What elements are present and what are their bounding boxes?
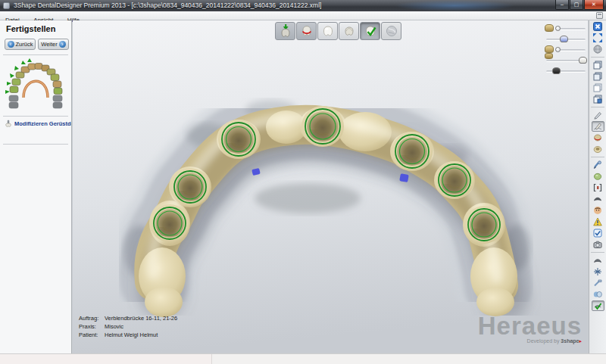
- mdi-window-icon[interactable]: [596, 12, 603, 19]
- modify-framework-label: Modifizieren Gerüstdesig: [14, 120, 71, 127]
- step-disabled-button[interactable]: [381, 22, 401, 40]
- status-bar: [0, 353, 606, 364]
- next-button-label: Weiter: [41, 41, 58, 48]
- workflow-step-toolbar: [275, 22, 401, 40]
- modify-framework-link[interactable]: Modifizieren Gerüstdesig: [0, 117, 71, 127]
- app-icon: [3, 2, 10, 9]
- shell-tooth-icon[interactable]: [592, 194, 604, 204]
- confirm-checkbox-icon[interactable]: [592, 228, 604, 238]
- branding: Heraeus Developed by 3shape▸: [478, 315, 582, 344]
- viewport-3d[interactable]: Auftrag:Verblendbrücke 16-11, 21-26 Prax…: [73, 20, 588, 353]
- copy-layer-1-icon[interactable]: [592, 60, 604, 70]
- slider-track[interactable]: [546, 39, 586, 41]
- blue-tooth-handle-icon[interactable]: [560, 36, 568, 42]
- order-label: Praxis:: [79, 323, 105, 331]
- 3shape-wordmark: 3shape: [561, 338, 579, 344]
- sculpt-pen-icon[interactable]: [592, 110, 604, 120]
- toolbar-divider: [591, 107, 604, 107]
- bracket-view-icon[interactable]: [592, 182, 604, 193]
- map-tooth-gray: [53, 95, 62, 101]
- visibility-panel: [545, 23, 587, 76]
- warning-icon[interactable]: [592, 216, 604, 227]
- implant-hole: [170, 168, 210, 206]
- menu-bar: Datei Ansicht Hilfe: [0, 11, 606, 20]
- slider-blue-model[interactable]: [545, 34, 587, 45]
- attachment-screw-icon[interactable]: [592, 160, 604, 170]
- minimize-button[interactable]: –: [555, 0, 569, 10]
- globe-view-icon[interactable]: [592, 44, 604, 54]
- order-value: Verblendbrücke 16-11, 21-26: [105, 315, 177, 322]
- back-button[interactable]: ‹ Zurück: [5, 39, 36, 50]
- close-button[interactable]: ✕: [584, 0, 604, 10]
- camera-snapshot-icon[interactable]: [592, 239, 604, 250]
- white-tooth-handle-icon[interactable]: [579, 57, 587, 64]
- map-tooth-gray: [9, 95, 18, 101]
- toolbar-divider: [591, 57, 604, 58]
- shell-tooth-2-icon[interactable]: [592, 255, 604, 266]
- map-tooth-gray: [9, 102, 18, 108]
- order-label: Patient:: [79, 331, 105, 340]
- order-value: Helmut Weigl Helmut: [105, 331, 158, 338]
- step-margin-line-button[interactable]: [296, 22, 317, 40]
- implant-hole: [435, 161, 474, 199]
- cup-tooth-icon[interactable]: [592, 144, 604, 154]
- implant-hole: [150, 204, 189, 242]
- next-button[interactable]: Weiter ›: [38, 39, 69, 50]
- slider-track[interactable]: [555, 28, 586, 30]
- copy-layer-3-icon[interactable]: [592, 82, 604, 93]
- gold-tooth-icon: [545, 24, 554, 32]
- gold-crown-icon: [545, 45, 554, 53]
- step-frame-button[interactable]: [339, 22, 359, 40]
- order-info: Auftrag:Verblendbrücke 16-11, 21-26 Prax…: [79, 315, 177, 340]
- crown-white-icon: [321, 24, 335, 38]
- margin-tooth-icon[interactable]: [592, 132, 604, 143]
- tooth-arrow-down-icon: [279, 24, 292, 38]
- map-tooth-tan: [28, 64, 36, 70]
- implant-hole: [464, 206, 504, 244]
- slider-dark-model[interactable]: [545, 66, 587, 76]
- fit-view-icon[interactable]: [592, 33, 604, 43]
- step-insertion-direction-button[interactable]: [275, 22, 295, 40]
- gray-sphere-icon: [385, 24, 398, 38]
- dental-framework-scene: [73, 20, 588, 353]
- order-row: Praxis:Misovic: [79, 323, 177, 331]
- slider-handle[interactable]: [555, 47, 561, 52]
- sidebar-divider: [3, 54, 68, 55]
- step-finalize-button[interactable]: [360, 22, 380, 40]
- tooth-margin-line-icon: [300, 24, 314, 38]
- sculpt-pen-active-icon[interactable]: [592, 121, 604, 132]
- slider-scan-gold[interactable]: [545, 23, 587, 34]
- aero-glass-highlight: [394, 0, 515, 11]
- 3shape-arrow-icon: ▸: [579, 338, 582, 344]
- dark-tooth-handle-icon[interactable]: [552, 67, 561, 74]
- copy-layer-2-icon[interactable]: [592, 71, 604, 82]
- screw-tool-icon[interactable]: [592, 278, 604, 288]
- crown-frame-icon: [342, 24, 356, 38]
- step-anatomy-button[interactable]: [317, 22, 338, 40]
- right-toolbar: [589, 20, 606, 353]
- slider-track[interactable]: [546, 60, 586, 62]
- close-view-icon[interactable]: [592, 21, 604, 32]
- slider-track[interactable]: [555, 49, 586, 51]
- slider-antagonist-gold[interactable]: [545, 45, 587, 55]
- crown-check-icon: [364, 24, 377, 38]
- measure-caliper-icon[interactable]: [592, 266, 604, 277]
- slider-white-model[interactable]: [545, 55, 587, 66]
- compare-teeth-icon[interactable]: [592, 289, 604, 300]
- application-window: 3Shape DentalDesigner Premium 2013 - [c:…: [0, 0, 606, 364]
- approve-tooth-icon[interactable]: [592, 300, 604, 311]
- order-label: Auftrag:: [79, 315, 105, 323]
- next-arrow-icon: ›: [59, 41, 66, 48]
- maximize-button[interactable]: ▢: [570, 0, 583, 10]
- tooth-arch-map[interactable]: [5, 58, 67, 111]
- slider-handle[interactable]: [555, 26, 561, 31]
- map-tooth-tan: [35, 64, 42, 70]
- implant-hole: [218, 120, 259, 159]
- copy-layer-4-icon[interactable]: [592, 94, 604, 104]
- green-tooth-icon[interactable]: [592, 171, 604, 182]
- back-arrow-icon: ‹: [8, 41, 14, 48]
- patient-photo-icon[interactable]: [592, 205, 604, 216]
- slider-track[interactable]: [546, 70, 586, 73]
- map-tooth-gray: [53, 102, 62, 108]
- heraeus-logo: Heraeus: [478, 315, 582, 338]
